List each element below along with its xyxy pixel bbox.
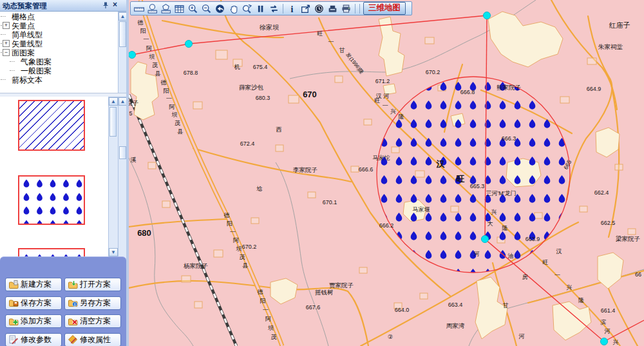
- hazard-zone-pattern: [377, 77, 570, 273]
- toolbar-separator: [283, 4, 283, 14]
- grid-icon[interactable]: [174, 3, 185, 14]
- clock-icon[interactable]: [314, 3, 325, 14]
- map-label: 一: [144, 36, 149, 43]
- overlay-vertex-handle[interactable]: [482, 236, 489, 243]
- tree-connector: [1, 16, 6, 17]
- building-outline: [425, 37, 434, 44]
- overlay-vertex-handle[interactable]: [185, 41, 193, 48]
- map-label: 旺: [375, 97, 381, 104]
- tree-item-面图案[interactable]: −面图案: [0, 48, 117, 57]
- close-icon[interactable]: ×: [113, 0, 121, 8]
- button-打开方案[interactable]: 打开方案: [64, 278, 121, 291]
- building-outline: [335, 76, 343, 82]
- zoom-out-icon[interactable]: [201, 3, 212, 14]
- map-label: 670.1: [323, 199, 337, 206]
- map-label: 坝: [171, 111, 178, 118]
- back-icon[interactable]: [214, 3, 225, 14]
- export-icon[interactable]: [300, 3, 311, 14]
- map-label: 675.4: [253, 64, 268, 70]
- overlay-vertex-handle[interactable]: [129, 52, 136, 59]
- map-label: 机: [234, 64, 240, 70]
- map-label: 大: [488, 220, 493, 227]
- button-label: 修改参数: [21, 334, 52, 345]
- map-label: 一: [263, 307, 269, 313]
- tree-connector: [1, 34, 6, 35]
- map-label: 664.0: [395, 307, 410, 313]
- zoom-in-icon[interactable]: [187, 3, 198, 14]
- tree-item-箭标文本[interactable]: 箭标文本: [0, 75, 117, 84]
- toolbar-icons: i: [132, 3, 362, 14]
- building-outline: [251, 218, 259, 224]
- measure-distance-icon[interactable]: [133, 3, 144, 14]
- building-outline: [580, 206, 587, 212]
- folder-add-icon: [8, 316, 19, 327]
- tree-connector: [10, 70, 15, 71]
- measure-circle-icon[interactable]: [147, 3, 158, 14]
- button-修改属性[interactable]: 修改属性: [64, 333, 121, 346]
- pattern-preview-hatch[interactable]: [18, 100, 85, 151]
- map-canvas[interactable]: 徐家坝678.8机675.4薛家沙包680.3670671.2汉 河670.26…: [129, 0, 644, 346]
- zoom-window-icon[interactable]: [242, 3, 252, 14]
- folder-save-icon: [8, 298, 19, 308]
- building-outline: [193, 102, 202, 109]
- map-label: 贾家院子: [329, 282, 354, 289]
- map-label: 一: [328, 39, 334, 45]
- expand-icon[interactable]: +: [3, 40, 10, 47]
- map-label: 663.9: [526, 236, 540, 242]
- collapse-icon[interactable]: −: [3, 49, 10, 56]
- button-清空方案[interactable]: 清空方案: [64, 314, 121, 328]
- pan-hand-icon[interactable]: [228, 3, 239, 14]
- map-label: 杨家院子: [183, 262, 208, 269]
- map-label: 汉: [436, 159, 446, 169]
- map-area[interactable]: 徐家坝678.8机675.4薛家沙包680.3670671.2汉 河670.26…: [129, 0, 644, 346]
- map-label: 旺: [317, 30, 323, 37]
- pause-icon[interactable]: [255, 3, 266, 14]
- print-icon[interactable]: [341, 3, 352, 14]
- map-label: 670.2: [242, 244, 257, 250]
- tree-connector: [10, 61, 15, 62]
- tree-item-简单线型[interactable]: 简单线型: [0, 30, 117, 39]
- fax-icon[interactable]: [327, 3, 338, 14]
- info-icon[interactable]: i: [287, 3, 298, 14]
- map-3d-button[interactable]: 三维地图: [363, 2, 406, 15]
- measure-polygon-icon[interactable]: [160, 3, 171, 14]
- sidebar-splitter[interactable]: [126, 0, 129, 346]
- tree-item-矢量点[interactable]: +矢量点: [0, 21, 117, 30]
- map-label: 梁家院子: [616, 235, 640, 242]
- building-outline: [214, 250, 223, 257]
- map-label: 兴: [567, 284, 573, 291]
- tree-item-栅格点[interactable]: 栅格点: [0, 12, 117, 21]
- building-outline: [276, 145, 283, 151]
- panel-title: 动态预案管理: [3, 1, 47, 11]
- svg-text:i: i: [291, 4, 294, 14]
- map-label: 河: [474, 251, 480, 257]
- building-outline: [420, 293, 428, 299]
- plan-controls-panel: ✓ 透明✓ 面过滤新建方案打开方案保存方案i另存方案添加方案清空方案修改参数修改…: [0, 256, 126, 346]
- tree-item-气象图案[interactable]: 气象图案: [0, 57, 117, 66]
- button-修改参数[interactable]: 修改参数: [5, 333, 62, 346]
- overlay-vertex-handle[interactable]: [601, 338, 608, 345]
- swap-icon[interactable]: [269, 3, 279, 14]
- map-label: 666.3: [502, 135, 516, 142]
- map-label: 一: [554, 272, 560, 278]
- pattern-scrollbar[interactable]: ▲ ▼: [108, 97, 118, 257]
- map-label: 河: [605, 328, 611, 334]
- button-新建方案[interactable]: 新建方案: [5, 278, 62, 291]
- map-label: 阿: [233, 237, 239, 244]
- map-label: 隆: [502, 225, 508, 231]
- button-label: 清空方案: [80, 316, 111, 327]
- overlay-vertex-handle[interactable]: [484, 12, 491, 19]
- map-label: 德: [161, 79, 167, 86]
- button-另存方案[interactable]: i另存方案: [64, 296, 121, 310]
- button-添加方案[interactable]: 添加方案: [5, 314, 62, 328]
- pattern-preview-drops[interactable]: [18, 175, 85, 225]
- tree-item-一般图案[interactable]: 一般图案: [0, 66, 117, 75]
- map-label: 周家湾: [446, 322, 465, 329]
- button-label: 另存方案: [80, 298, 111, 309]
- button-保存方案[interactable]: 保存方案: [5, 296, 62, 310]
- pin-icon[interactable]: [102, 1, 109, 9]
- map-label: 666.2: [379, 222, 394, 229]
- expand-icon[interactable]: +: [3, 22, 10, 29]
- map-label: 茂: [271, 334, 277, 340]
- tree-item-矢量线型[interactable]: +矢量线型: [0, 39, 117, 48]
